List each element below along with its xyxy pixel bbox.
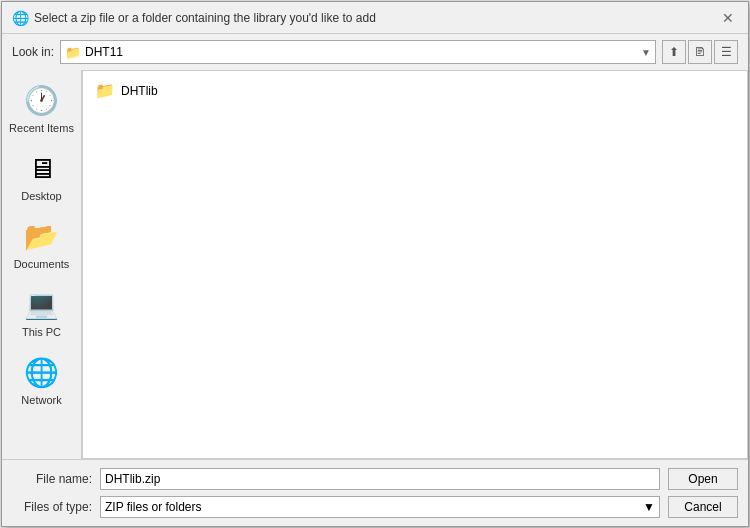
thispc-icon: 💻 [24, 286, 60, 322]
network-icon: 🌐 [24, 354, 60, 390]
lookin-current-folder: DHT11 [85, 45, 637, 59]
sidebar-item-recent[interactable]: 🕐 Recent Items [2, 74, 81, 142]
sidebar-item-documents[interactable]: 📂 Documents [2, 210, 81, 278]
open-button[interactable]: Open [668, 468, 738, 490]
lookin-label: Look in: [12, 45, 54, 59]
dialog: 🌐 Select a zip file or a folder containi… [1, 1, 749, 527]
filename-row: File name: Open [12, 468, 738, 490]
lookin-combo[interactable]: 📁 DHT11 ▼ [60, 40, 656, 64]
file-folder-icon: 📁 [95, 81, 115, 100]
filetype-select[interactable]: ZIP files or folders ▼ [100, 496, 660, 518]
toolbar-new-folder-button[interactable]: 🖹 [688, 40, 712, 64]
sidebar-label-network: Network [21, 394, 61, 406]
sidebar: 🕐 Recent Items 🖥 Desktop 📂 Documents 💻 T… [2, 70, 82, 459]
title-bar-left: 🌐 Select a zip file or a folder containi… [12, 10, 376, 26]
recent-items-icon: 🕐 [24, 82, 60, 118]
filetype-arrow-icon: ▼ [643, 500, 655, 514]
sidebar-label-documents: Documents [14, 258, 70, 270]
filename-label: File name: [12, 472, 92, 486]
filename-input[interactable] [100, 468, 660, 490]
sidebar-item-thispc[interactable]: 💻 This PC [2, 278, 81, 346]
dialog-icon: 🌐 [12, 10, 28, 26]
file-area[interactable]: 📁 DHTlib [82, 70, 748, 459]
sidebar-label-recent: Recent Items [9, 122, 74, 134]
desktop-icon: 🖥 [24, 150, 60, 186]
sidebar-item-desktop[interactable]: 🖥 Desktop [2, 142, 81, 210]
close-button[interactable]: ✕ [718, 8, 738, 28]
documents-icon: 📂 [24, 218, 60, 254]
toolbar-view-button[interactable]: ☰ [714, 40, 738, 64]
lookin-bar: Look in: 📁 DHT11 ▼ ⬆ 🖹 ☰ [2, 34, 748, 70]
bottom-bar: File name: Open Files of type: ZIP files… [2, 459, 748, 526]
dialog-title: Select a zip file or a folder containing… [34, 11, 376, 25]
sidebar-item-network[interactable]: 🌐 Network [2, 346, 81, 414]
file-item-dhtlib[interactable]: 📁 DHTlib [91, 79, 739, 102]
title-bar: 🌐 Select a zip file or a folder containi… [2, 2, 748, 34]
cancel-button[interactable]: Cancel [668, 496, 738, 518]
filetype-row: Files of type: ZIP files or folders ▼ Ca… [12, 496, 738, 518]
filetype-label: Files of type: [12, 500, 92, 514]
lookin-folder-icon: 📁 [65, 45, 81, 60]
toolbar-up-button[interactable]: ⬆ [662, 40, 686, 64]
lookin-dropdown-icon: ▼ [641, 47, 651, 58]
toolbar-buttons: ⬆ 🖹 ☰ [662, 40, 738, 64]
sidebar-label-thispc: This PC [22, 326, 61, 338]
filetype-value: ZIP files or folders [105, 500, 201, 514]
main-content: 🕐 Recent Items 🖥 Desktop 📂 Documents 💻 T… [2, 70, 748, 459]
file-name-dhtlib: DHTlib [121, 84, 158, 98]
sidebar-label-desktop: Desktop [21, 190, 61, 202]
